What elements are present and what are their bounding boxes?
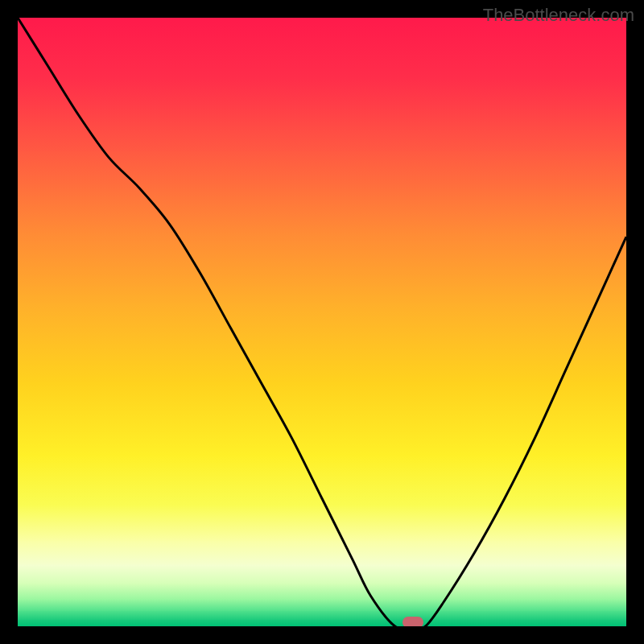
plot-area [18, 18, 626, 626]
optimum-marker [402, 617, 423, 626]
chart-container: TheBottleneck.com [0, 0, 644, 644]
bottleneck-curve [18, 18, 626, 626]
watermark-text: TheBottleneck.com [483, 5, 634, 26]
curve-svg [18, 18, 626, 626]
